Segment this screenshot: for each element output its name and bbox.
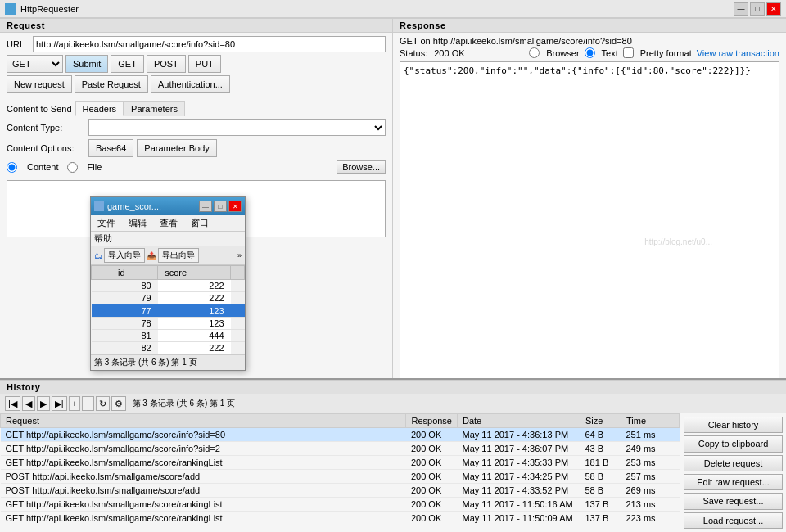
history-table-row[interactable]: GET http://api.ikeeko.lsm/smallgame/scor…	[1, 442, 680, 456]
history-response-cell: 200 OK	[406, 470, 458, 484]
db-table-row[interactable]: 82 222	[92, 342, 245, 354]
edit-raw-button[interactable]: Edit raw request...	[684, 474, 783, 490]
history-table-row[interactable]: GET http://api.ikeeko.lsm/smallgame/scor…	[1, 498, 680, 512]
db-import-btn[interactable]: 导入向导	[104, 248, 145, 263]
db-toolbar-icon2: 📤	[147, 251, 156, 260]
db-close-button[interactable]: ✕	[228, 201, 242, 212]
db-menu-edit[interactable]: 编辑	[122, 215, 153, 231]
history-table-row[interactable]: GET http://api.ikeeko.lsm/smallgame/scor…	[1, 456, 680, 470]
col-request: Request	[1, 414, 406, 428]
db-minimize-button[interactable]: —	[199, 201, 212, 212]
file-radio[interactable]	[67, 162, 78, 173]
db-toolbar-icon: 🗂	[94, 251, 102, 260]
delete-request-button[interactable]: Delete request	[684, 455, 783, 471]
clear-history-button[interactable]: Clear history	[684, 417, 783, 433]
url-input[interactable]	[33, 36, 386, 52]
content-type-select[interactable]	[88, 119, 386, 136]
view-raw-link[interactable]: View raw transaction	[697, 48, 779, 58]
settings-button[interactable]: ⚙	[111, 396, 126, 411]
method-select[interactable]: GET POST PUT DELETE	[7, 55, 63, 73]
history-table-row[interactable]: GET http://api.ikeeko.lsm/smallgame/scor…	[1, 428, 680, 442]
db-col-indicator	[92, 266, 111, 280]
history-extra-cell	[666, 456, 680, 470]
submit-button[interactable]: Submit	[66, 55, 108, 73]
db-cell-extra	[231, 280, 245, 292]
new-request-button[interactable]: New request	[7, 75, 72, 93]
prev-page-button[interactable]: ◀	[22, 396, 35, 411]
db-row-indicator	[92, 342, 111, 354]
tab-headers[interactable]: Headers	[75, 101, 124, 116]
db-table-row[interactable]: ▶ 77 123	[92, 304, 245, 318]
history-table-row[interactable]: POST http://api.ikeeko.lsm/smallgame/sco…	[1, 484, 680, 498]
refresh-button[interactable]: ↻	[96, 396, 110, 411]
history-date-cell: May 11 2017 - 4:33:52 PM	[458, 484, 580, 498]
minimize-button[interactable]: —	[734, 2, 748, 16]
copy-clipboard-button[interactable]: Copy to clipboard	[684, 435, 783, 452]
post-button[interactable]: POST	[147, 55, 186, 73]
content-options-label: Content Options:	[7, 143, 88, 153]
db-table-row[interactable]: 79 222	[92, 292, 245, 304]
browser-radio[interactable]	[529, 47, 540, 58]
history-date-cell: May 11 2017 - 4:34:25 PM	[458, 470, 580, 484]
db-row-indicator	[92, 292, 111, 304]
db-help-label[interactable]: 帮助	[94, 233, 112, 243]
response-body: {"status":200,"info":"","data":{"info":[…	[400, 61, 779, 393]
db-col-scroll	[231, 266, 245, 280]
text-radio[interactable]	[585, 47, 595, 58]
tab-parameters[interactable]: Parameters	[124, 101, 185, 116]
history-size-cell: 43 B	[580, 442, 621, 456]
authentication-button[interactable]: Authentication...	[151, 75, 230, 93]
db-export-btn[interactable]: 导出向导	[158, 248, 199, 263]
db-title: game_scor....	[107, 201, 199, 211]
content-radio[interactable]	[7, 162, 17, 173]
browse-button[interactable]: Browse...	[337, 160, 386, 174]
history-size-cell: 137 B	[580, 498, 621, 512]
db-menu-file[interactable]: 文件	[91, 215, 122, 231]
db-help-row: 帮助	[91, 232, 245, 246]
db-table-row[interactable]: 81 444	[92, 330, 245, 342]
save-request-button[interactable]: Save request...	[684, 493, 783, 509]
history-table-row[interactable]: GET http://api.ikeeko.lsm/smallgame/scor…	[1, 512, 680, 525]
format-options: Browser Text Pretty format View raw tran…	[529, 47, 779, 58]
first-page-button[interactable]: |◀	[5, 396, 20, 411]
history-response-cell: 200 OK	[406, 484, 458, 498]
db-table-row[interactable]: 78 123	[92, 318, 245, 330]
method-row: GET POST PUT DELETE Submit GET POST PUT	[7, 55, 386, 73]
parameter-body-button[interactable]: Parameter Body	[137, 139, 216, 157]
history-size-cell: 137 B	[580, 512, 621, 525]
maximize-button[interactable]: □	[750, 2, 765, 16]
db-pager-label: 第 3 条记录 (共 6 条) 第 1 页	[94, 358, 197, 367]
history-extra-cell	[666, 484, 680, 498]
db-table-row[interactable]: 80 222	[92, 280, 245, 292]
add-record-button[interactable]: +	[69, 396, 80, 411]
history-table-row[interactable]: POST http://api.ikeeko.lsm/smallgame/sco…	[1, 470, 680, 484]
put-button[interactable]: PUT	[188, 55, 221, 73]
delete-record-button[interactable]: −	[82, 396, 93, 411]
history-request-cell: POST http://api.ikeeko.lsm/smallgame/sco…	[1, 470, 406, 484]
col-response: Response	[406, 414, 458, 428]
db-cell-id: 79	[111, 292, 158, 304]
action-row: New request Paste Request Authentication…	[7, 75, 386, 93]
db-cell-id: 82	[111, 342, 158, 354]
base64-button[interactable]: Base64	[88, 139, 133, 157]
db-toolbar: 🗂 导入向导 📤 导出向导 »	[91, 246, 245, 265]
close-button[interactable]: ✕	[766, 2, 781, 16]
next-page-button[interactable]: ▶	[37, 396, 50, 411]
paste-request-button[interactable]: Paste Request	[75, 75, 148, 93]
db-collapse-button[interactable]: »	[237, 251, 242, 259]
col-date: Date	[458, 414, 580, 428]
load-request-button[interactable]: Load request...	[684, 512, 783, 529]
db-menu: 文件 编辑 查看 窗口	[91, 215, 245, 232]
last-page-button[interactable]: ▶|	[52, 396, 67, 411]
status-value: 200 OK	[434, 48, 464, 58]
encode-buttons: Base64 Parameter Body	[88, 139, 217, 157]
status-label: Status:	[400, 48, 427, 58]
text-label: Text	[602, 48, 618, 58]
history-size-cell: 64 B	[580, 428, 621, 442]
db-cell-id: 80	[111, 280, 158, 292]
pretty-format-checkbox[interactable]	[623, 47, 634, 58]
db-menu-view[interactable]: 查看	[153, 215, 184, 231]
get-button[interactable]: GET	[111, 55, 144, 73]
db-maximize-button[interactable]: □	[214, 201, 227, 212]
db-menu-window[interactable]: 窗口	[184, 215, 215, 231]
